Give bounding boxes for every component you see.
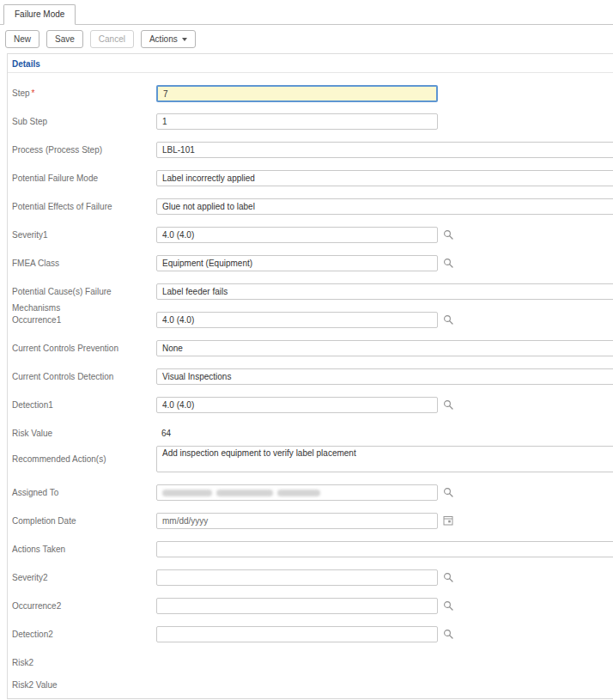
- field-label: Risk2 Value: [12, 680, 58, 690]
- form-row: Detection2: [8, 626, 613, 654]
- field-input[interactable]: [156, 255, 438, 271]
- field-control: [156, 598, 613, 626]
- search-icon[interactable]: [443, 600, 454, 612]
- form-row: Severity1: [8, 227, 613, 255]
- actions-button-label: Actions: [149, 34, 178, 44]
- tab-label: Failure Mode: [15, 9, 64, 19]
- search-icon[interactable]: [443, 487, 454, 498]
- required-marker: *: [32, 88, 35, 98]
- form-fields: Step* Sub Step Process (Process Step): [8, 85, 613, 699]
- field-textarea[interactable]: Add inspection equipment to verify label…: [156, 446, 613, 472]
- search-icon[interactable]: [443, 572, 454, 583]
- field-label: Current Controls Detection: [12, 372, 113, 381]
- details-section-header: Details: [8, 54, 613, 73]
- form-row: Step*: [8, 85, 613, 113]
- field-label: Current Controls Prevention: [12, 344, 118, 353]
- field-control: [156, 85, 613, 113]
- search-icon[interactable]: [443, 258, 454, 269]
- form-row: Potential Effects of Failure: [8, 198, 613, 227]
- save-button[interactable]: Save: [46, 30, 83, 48]
- field-label: Severity1: [12, 230, 48, 240]
- toolbar: New Save Cancel Actions: [0, 25, 613, 53]
- field-input[interactable]: [156, 312, 438, 328]
- form-row: Risk2: [8, 654, 613, 677]
- field-label: Sub Step: [12, 117, 47, 126]
- field-input[interactable]: [156, 368, 613, 385]
- form-row: Risk Value 64: [8, 425, 613, 446]
- field-input[interactable]: [156, 626, 438, 642]
- form-row: FMEA Class: [8, 255, 613, 283]
- field-input[interactable]: [156, 569, 438, 586]
- field-input[interactable]: [156, 113, 438, 130]
- field-control: [156, 654, 613, 677]
- details-panel: Details Step* Sub Step Process (Process …: [7, 53, 613, 699]
- form-row: Completion Date: [8, 513, 613, 541]
- field-label: Recommended Action(s): [12, 454, 106, 464]
- field-input[interactable]: [156, 340, 613, 356]
- tab-bar: Failure Mode: [0, 0, 613, 25]
- actions-button[interactable]: Actions: [141, 30, 196, 48]
- tab-failure-mode[interactable]: Failure Mode: [3, 4, 76, 25]
- field-control: [156, 340, 613, 368]
- field-input[interactable]: [156, 598, 438, 614]
- field-control: [156, 198, 613, 227]
- field-input[interactable]: [156, 541, 613, 557]
- field-input[interactable]: [156, 513, 438, 529]
- field-label: Severity2: [12, 573, 48, 582]
- field-input[interactable]: [156, 397, 438, 413]
- field-label: Risk Value: [12, 429, 52, 438]
- field-control: [156, 170, 613, 198]
- field-label: Potential Failure Mode: [12, 173, 98, 183]
- field-input[interactable]: [156, 142, 613, 158]
- field-label: Assigned To: [12, 488, 58, 497]
- field-label: Potential Cause(s) Failure Mechanisms: [12, 287, 112, 313]
- field-control: [156, 312, 613, 340]
- form-row: Occurrence2: [8, 598, 613, 626]
- redacted-value: [162, 490, 320, 496]
- search-icon[interactable]: [443, 629, 454, 640]
- form-row: Process (Process Step): [8, 142, 613, 170]
- form-row: Sub Step: [8, 113, 613, 142]
- field-label: FMEA Class: [12, 259, 59, 268]
- field-control: [156, 255, 613, 283]
- caret-down-icon: [182, 38, 187, 41]
- form-row: Potential Failure Mode: [8, 170, 613, 198]
- field-label: Detection2: [12, 630, 53, 639]
- field-control: [156, 397, 613, 425]
- field-label: Actions Taken: [12, 545, 65, 554]
- new-button[interactable]: New: [5, 30, 39, 48]
- field-label: Potential Effects of Failure: [12, 202, 112, 211]
- field-control: 64: [156, 425, 613, 446]
- field-control: [156, 626, 613, 654]
- field-input[interactable]: [156, 170, 613, 186]
- field-control: [156, 541, 613, 569]
- form-row: Current Controls Prevention: [8, 340, 613, 368]
- field-control: [156, 142, 613, 170]
- search-icon[interactable]: [443, 229, 454, 240]
- field-control: [156, 513, 613, 541]
- field-control: [156, 227, 613, 255]
- field-control: [156, 569, 613, 598]
- form-row: Assigned To: [8, 484, 613, 513]
- field-input[interactable]: [156, 283, 613, 300]
- field-control: [156, 368, 613, 397]
- field-label: Completion Date: [12, 516, 76, 526]
- search-icon[interactable]: [443, 399, 454, 411]
- field-input[interactable]: [156, 85, 438, 102]
- field-control: Add inspection equipment to verify label…: [156, 446, 613, 484]
- form-row: Occurrence1: [8, 312, 613, 340]
- calendar-icon[interactable]: [443, 515, 454, 527]
- cancel-button[interactable]: Cancel: [90, 30, 134, 48]
- form-row: Recommended Action(s) Add inspection equ…: [8, 446, 613, 484]
- search-icon[interactable]: [443, 314, 454, 326]
- form-row: Risk2 Value: [8, 677, 613, 699]
- field-input[interactable]: [156, 227, 438, 243]
- field-input[interactable]: [156, 198, 613, 215]
- field-control: [156, 677, 613, 699]
- form-row: Severity2: [8, 569, 613, 598]
- field-control: [156, 484, 613, 513]
- form-row: Detection1: [8, 397, 613, 425]
- field-label: Step: [12, 88, 30, 98]
- field-control: [156, 283, 613, 312]
- field-label: Occurrence1: [12, 315, 61, 325]
